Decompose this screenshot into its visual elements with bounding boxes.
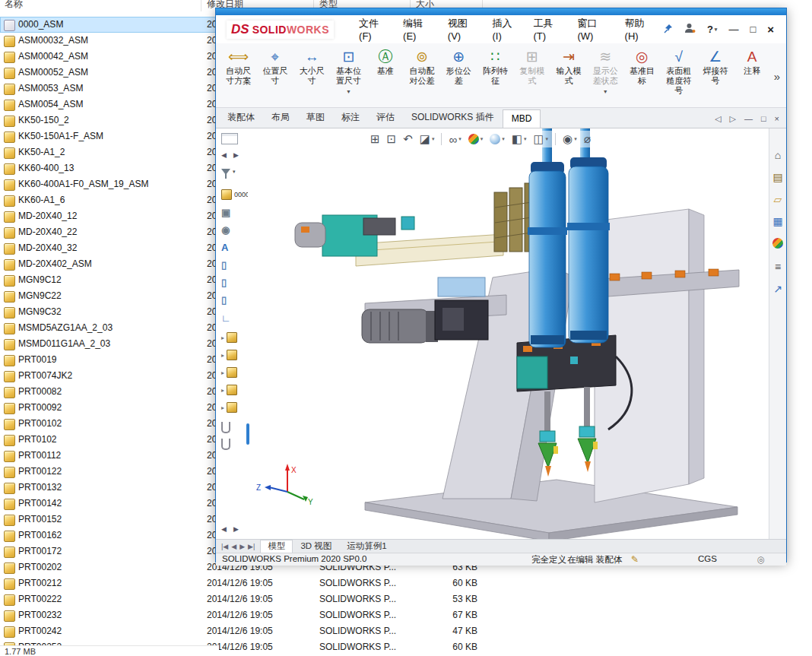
- component-cube-icon[interactable]: ▸: [221, 385, 237, 395]
- command-tab[interactable]: 标注: [333, 108, 368, 128]
- menu-item[interactable]: 窗口(W): [570, 14, 617, 45]
- previous-view-icon[interactable]: ↶: [403, 132, 413, 146]
- expand-arrow-icon[interactable]: ▸: [221, 369, 224, 376]
- tolerance-status-button[interactable]: ≋显示公差状态▼: [588, 45, 623, 107]
- appearances-icon[interactable]: [772, 238, 783, 251]
- annotations-icon[interactable]: A: [221, 242, 228, 253]
- pattern-feature-button[interactable]: ∷阵列特征: [477, 45, 513, 107]
- note-button[interactable]: A注释: [734, 45, 770, 107]
- units-selector[interactable]: CGS: [698, 554, 717, 563]
- front-plane-icon[interactable]: ▯: [221, 260, 227, 271]
- maximize-button[interactable]: □: [750, 24, 756, 35]
- edit-pencil-icon[interactable]: ✎: [631, 554, 639, 565]
- scroll-right-icon[interactable]: ▶: [233, 525, 239, 533]
- menu-item[interactable]: 编辑(E): [396, 14, 441, 45]
- viewport-tab[interactable]: 模型: [260, 540, 293, 553]
- origin-icon[interactable]: ∟: [221, 313, 231, 324]
- expand-arrow-icon[interactable]: ▸: [221, 387, 224, 394]
- collapse-right-pane-icon[interactable]: ▷: [729, 114, 735, 124]
- datum-button[interactable]: Ⓐ基准: [367, 45, 403, 107]
- viewport-tab[interactable]: 3D 视图: [293, 540, 339, 553]
- view-orientation-icon[interactable]: ◧▾: [512, 132, 527, 146]
- file-row[interactable]: PRT002222014/12/6 19:05SOLIDWORKS P...53…: [0, 591, 502, 607]
- command-tab[interactable]: 布局: [263, 108, 298, 128]
- scroll-left-icon[interactable]: ◀: [221, 151, 227, 159]
- zoom-area-icon[interactable]: ⊡: [387, 132, 397, 146]
- graphics-viewport[interactable]: ⊞⊡↶◪▾∞▾▾▾◧▾◫▾◉▾⌀: [251, 128, 769, 539]
- history-icon[interactable]: ▣: [221, 208, 230, 218]
- command-tab[interactable]: 评估: [368, 108, 403, 128]
- command-tab[interactable]: 草图: [298, 108, 333, 128]
- menu-item[interactable]: 视图(V): [441, 14, 486, 45]
- quick-tip-icon[interactable]: ◎: [757, 554, 765, 565]
- location-dimension-button[interactable]: ⌖位置尺寸: [257, 45, 293, 107]
- file-explorer-icon[interactable]: ▱: [774, 194, 782, 205]
- mates-clip-icon[interactable]: [221, 439, 230, 450]
- display-pane-toggle[interactable]: [221, 133, 238, 144]
- command-tab[interactable]: 装配体: [219, 108, 263, 128]
- basic-location-dimension-button[interactable]: ⊡基本位置尺寸▼: [331, 45, 366, 107]
- surface-finish-button[interactable]: √表面粗糙度符号: [661, 45, 696, 107]
- copy-scheme-button[interactable]: ⊞复制模式: [514, 45, 550, 107]
- minimize-button[interactable]: —: [728, 24, 738, 35]
- doc-close-icon[interactable]: ×: [775, 114, 779, 124]
- size-dimension-button[interactable]: ↔大小尺寸: [294, 45, 330, 107]
- auto-pair-tolerance-button[interactable]: ⊚自动配对公差: [404, 45, 439, 107]
- expand-arrow-icon[interactable]: ▸: [221, 334, 224, 341]
- component-cube-icon[interactable]: ▸: [221, 367, 237, 378]
- command-tab[interactable]: SOLIDWORKS 插件: [403, 108, 503, 128]
- menu-item[interactable]: 文件(F): [352, 14, 396, 45]
- design-library-icon[interactable]: ▤: [772, 172, 782, 183]
- apply-scene-icon[interactable]: ▾: [490, 134, 505, 144]
- tree-scrollbar[interactable]: [246, 423, 249, 445]
- column-divider[interactable]: [201, 0, 201, 11]
- datum-target-button[interactable]: ◎基准目标: [624, 45, 660, 107]
- pin-icon[interactable]: [663, 23, 673, 36]
- scroll-left-icon[interactable]: ◀: [221, 525, 227, 533]
- toolbar-overflow-button[interactable]: »: [771, 70, 783, 83]
- geometric-tolerance-button[interactable]: ⊕形位公差: [441, 45, 477, 107]
- close-button[interactable]: ×: [767, 23, 774, 36]
- component-cube-icon[interactable]: ▸: [221, 402, 237, 413]
- help-button[interactable]: ?▾: [707, 24, 717, 35]
- scroll-right-icon[interactable]: ▶: [233, 151, 239, 159]
- home-icon[interactable]: ⌂: [775, 150, 781, 161]
- command-tab[interactable]: MBD: [503, 109, 541, 128]
- component-cube-icon[interactable]: ▸: [221, 332, 237, 343]
- expand-arrow-icon[interactable]: ▸: [221, 404, 224, 411]
- custom-properties-icon[interactable]: ≡: [775, 261, 781, 273]
- weld-symbol-button[interactable]: ∠焊接符号: [697, 45, 733, 107]
- right-plane-icon[interactable]: ▯: [221, 295, 227, 306]
- section-view-icon[interactable]: ◪▾: [420, 132, 435, 146]
- viewport-tab[interactable]: 运动算例1: [339, 540, 394, 553]
- next-tab-icon[interactable]: ▶: [239, 543, 245, 550]
- menu-item[interactable]: 插入(I): [486, 14, 527, 45]
- last-tab-icon[interactable]: ▶|: [248, 543, 255, 550]
- prev-tab-icon[interactable]: ◀: [231, 543, 236, 550]
- measure-icon[interactable]: ⌀: [584, 132, 591, 146]
- file-row[interactable]: PRT002322014/12/6 19:05SOLIDWORKS P...67…: [0, 607, 502, 623]
- file-row[interactable]: PRT002122014/12/6 19:05SOLIDWORKS P...60…: [0, 575, 502, 591]
- assembly-root-icon[interactable]: 0000: [221, 189, 248, 200]
- first-tab-icon[interactable]: |◀: [221, 543, 228, 550]
- collapse-left-pane-icon[interactable]: ◁: [715, 114, 721, 124]
- edit-appearance-icon[interactable]: ▾: [468, 134, 484, 144]
- doc-restore-icon[interactable]: □: [761, 114, 766, 124]
- pack-and-go-icon[interactable]: ↗: [773, 284, 782, 295]
- hide-items-icon[interactable]: ◉▾: [563, 132, 577, 146]
- hide-show-icon[interactable]: ∞▾: [449, 133, 461, 146]
- component-cube-icon[interactable]: ▸: [221, 350, 237, 360]
- menu-item[interactable]: 工具(T): [526, 14, 570, 45]
- view-palette-icon[interactable]: ▦: [772, 216, 782, 227]
- mates-clip-icon[interactable]: [221, 422, 230, 433]
- file-row[interactable]: PRT002422014/12/6 19:05SOLIDWORKS P...47…: [0, 623, 502, 639]
- sensors-icon[interactable]: ◉: [221, 225, 230, 236]
- filter-icon[interactable]: ▾: [221, 168, 236, 175]
- menu-item[interactable]: 帮助(H): [618, 14, 663, 45]
- top-plane-icon[interactable]: ▯: [221, 277, 227, 288]
- user-account-icon[interactable]: [684, 23, 696, 36]
- zoom-fit-icon[interactable]: ⊞: [370, 132, 380, 146]
- expand-arrow-icon[interactable]: ▸: [221, 352, 224, 359]
- column-header-name[interactable]: 名称: [5, 0, 23, 11]
- display-style-icon[interactable]: ◫▾: [533, 132, 548, 146]
